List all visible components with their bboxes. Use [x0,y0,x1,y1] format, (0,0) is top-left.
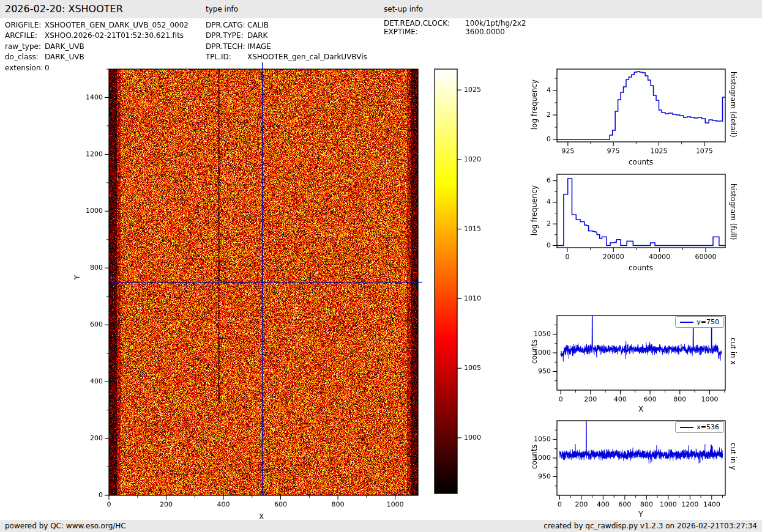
field-value: DARK_UVB [45,52,84,62]
footer-bar: powered by QC: www.eso.org/HC created by… [0,520,762,532]
field-value: 0 [45,63,50,73]
field-value: XSHOOTER_gen_cal_DarkUVBVis [247,52,367,62]
cut-x-legend: y=750 [675,316,724,328]
field-value: CALIB [247,20,269,31]
field-label: DPR.CATG: [206,20,247,31]
file-info-row: ORIGFILE:XSHOOTER_GEN_DARK_UVB_052_0002 [5,20,189,31]
field-label: TPL.ID: [206,52,247,62]
main-y-axis-label: Y [73,275,81,279]
hist-detail-side-label: histogram (detail) [729,72,738,138]
field-label: DPR.TECH: [206,42,247,52]
field-label: ARCFILE: [5,31,45,41]
hist-detail-x-axis-label: counts [616,158,665,166]
type-info-row: DPR.TECH:IMAGE [206,42,367,52]
cut-y-side-label: cut in y [729,443,738,470]
setup-info-heading: set-up info [384,5,423,13]
field-value: 100k/1pt/hg/2x2 [465,20,526,28]
cut-y-x-axis-label: Y [616,510,665,519]
legend-label: x=536 [697,423,719,431]
field-value: IMAGE [247,42,271,52]
cut-y-legend: x=536 [675,421,724,433]
type-info-row: TPL.ID:XSHOOTER_gen_cal_DarkUVBVis [206,52,367,62]
setup-info-block: DET.READ.CLOCK:100k/1pt/hg/2x2 EXPTIME:3… [384,20,526,36]
file-info-row: do_class:DARK_UVB [5,52,189,62]
file-info-block: ORIGFILE:XSHOOTER_GEN_DARK_UVB_052_0002 … [5,20,189,73]
field-value: DARK_UVB [45,42,84,52]
legend-label: y=750 [697,318,719,326]
field-label: do_class: [5,52,45,62]
file-info-row: extension:0 [5,63,189,73]
file-info-row: raw_type:DARK_UVB [5,42,189,52]
hist-full-side-label: histogram (full) [729,183,738,240]
type-info-heading: type info [206,5,238,13]
field-label: extension: [5,63,45,73]
field-value: XSHOOTER_GEN_DARK_UVB_052_0002 [45,20,189,31]
footer-left-text: powered by QC: www.eso.org/HC [5,522,126,530]
file-info-row: ARCFILE:XSHOO.2026-02-21T01:52:30.621.fi… [5,31,189,41]
cut-x-x-axis-label: X [616,405,665,413]
legend-line-sample [680,322,693,323]
field-label: EXPTIME: [384,28,465,37]
field-label: raw_type: [5,42,45,52]
cut-y-y-axis-label: counts [530,445,539,469]
cut-x-side-label: cut in x [729,338,738,365]
field-value: DARK [247,31,267,41]
header-bar: 2026-02-20: XSHOOTER type info set-up in… [0,0,762,18]
page-title: 2026-02-20: XSHOOTER [5,0,123,18]
field-label: DPR.TYPE: [206,31,247,41]
type-info-row: DPR.TYPE:DARK [206,31,367,41]
setup-info-row: DET.READ.CLOCK:100k/1pt/hg/2x2 [384,20,526,28]
field-label: ORIGFILE: [5,20,45,31]
cut-x-y-axis-label: counts [530,339,539,364]
field-value: 3600.0000 [465,28,505,37]
field-label: DET.READ.CLOCK: [384,20,465,28]
hist-full-x-axis-label: counts [616,264,665,272]
legend-line-sample [680,427,693,428]
field-value: XSHOO.2026-02-21T01:52:30.621.fits [45,31,184,41]
setup-info-row: EXPTIME:3600.0000 [384,28,526,37]
type-info-block: DPR.CATG:CALIB DPR.TYPE:DARK DPR.TECH:IM… [206,20,367,63]
hist-full-y-axis-label: log frequency [530,185,539,235]
footer-right-text: created by qc_rawdisp.py v1.2.3 on 2026-… [543,522,757,530]
type-info-row: DPR.CATG:CALIB [206,20,367,31]
hist-detail-y-axis-label: log frequency [530,79,539,130]
